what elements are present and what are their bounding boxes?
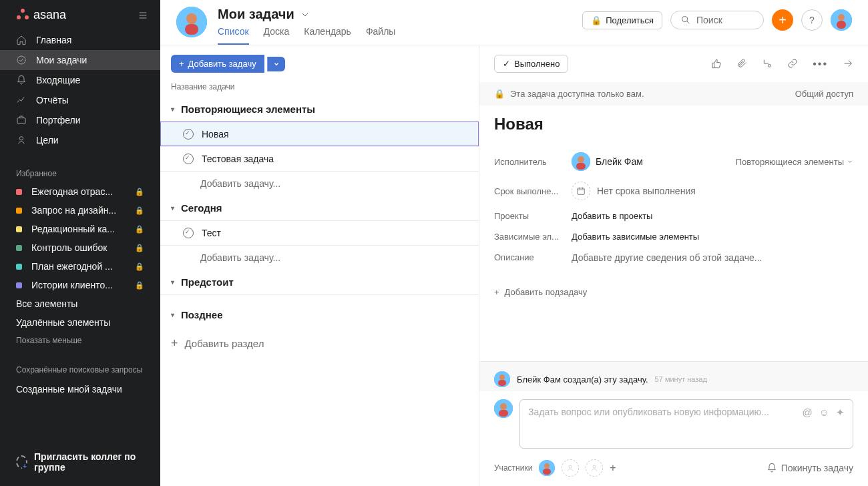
task-row[interactable]: Тест [160, 220, 479, 245]
lock-icon: 🔒 [135, 206, 144, 215]
search-input[interactable]: Поиск [670, 11, 764, 29]
emoji-icon[interactable]: ☺ [819, 407, 829, 419]
projects-field: Проекты Добавить в проекты [494, 206, 853, 226]
link-icon[interactable] [787, 58, 798, 70]
nav-my-tasks[interactable]: Мои задачи [0, 50, 160, 70]
favorite-label: Редакционный ка... [31, 224, 126, 234]
due-date-value[interactable]: Нет срока выполнения [572, 182, 853, 200]
all-items-link[interactable]: Все элементы [0, 294, 160, 313]
nav-goals[interactable]: Цели [0, 130, 160, 150]
task-row[interactable]: Новая [160, 121, 479, 146]
add-subtask-label: Добавить подзадачу [505, 287, 588, 297]
mark-complete-button[interactable]: ✓ Выполнено [494, 55, 568, 73]
tab-calendar[interactable]: Календарь [304, 26, 351, 45]
field-label-assignee: Исполнитель [494, 157, 572, 167]
nav-home-label: Главная [36, 35, 71, 45]
like-icon[interactable] [711, 58, 722, 70]
content-columns: + Добавить задачу Название задачи ▾Повто… [160, 45, 868, 486]
attachment-icon[interactable] [736, 58, 747, 70]
global-add-button[interactable]: + [772, 9, 793, 31]
nav-inbox-label: Входящие [36, 75, 80, 85]
comment-placeholder: Задать вопрос или опубликовать новую инф… [528, 407, 802, 417]
nav-inbox[interactable]: Входящие [0, 70, 160, 90]
user-avatar[interactable] [176, 7, 207, 37]
collapse-sidebar-icon[interactable] [138, 10, 148, 21]
task-name-column-header: Название задачи [160, 82, 479, 97]
projects-value[interactable]: Добавить в проекты [572, 211, 853, 221]
favorite-item[interactable]: Запрос на дизайн...🔒 [0, 201, 160, 220]
leave-task-button[interactable]: Покинуть задачу [767, 463, 853, 473]
chevron-down-icon[interactable] [300, 9, 310, 20]
profile-avatar[interactable] [831, 9, 852, 31]
tab-board[interactable]: Доска [264, 26, 290, 45]
task-row[interactable]: Тестовая задача [160, 146, 479, 171]
task-detail-panel: ✓ Выполнено ••• 🔒 Эта задача доступна то… [479, 45, 868, 486]
add-participant-placeholder[interactable] [586, 459, 603, 477]
bell-icon [767, 463, 777, 473]
section-header[interactable]: ▾Повторяющиеся элементы [160, 97, 479, 121]
nav-reports[interactable]: Отчёты [0, 90, 160, 110]
field-label-description: Описание [494, 252, 572, 262]
add-subtask-button[interactable]: + Добавить подзадачу [494, 287, 853, 297]
invite-label: Пригласить коллег по группе [34, 451, 144, 473]
favorite-item[interactable]: Контроль ошибок🔒 [0, 238, 160, 257]
share-access-link[interactable]: Общий доступ [795, 89, 853, 99]
task-title[interactable]: Новая [494, 115, 853, 134]
section-header[interactable]: ▾Сегодня [160, 196, 479, 220]
more-icon[interactable]: ••• [813, 58, 828, 70]
subtask-icon[interactable] [762, 58, 773, 70]
add-projects-text: Добавить в проекты [572, 211, 652, 221]
participant-avatar[interactable] [539, 460, 555, 476]
tab-files[interactable]: Файлы [366, 26, 395, 45]
add-task-inline[interactable]: Добавить задачу... [160, 245, 479, 270]
add-participant-placeholder[interactable] [562, 459, 579, 477]
complete-toggle-icon[interactable] [183, 154, 194, 164]
complete-toggle-icon[interactable] [183, 129, 194, 140]
add-task-inline[interactable]: Добавить задачу... [160, 171, 479, 196]
comment-input[interactable]: Задать вопрос или опубликовать новую инф… [519, 399, 853, 449]
complete-toggle-icon[interactable] [183, 228, 194, 238]
svg-rect-19 [499, 410, 508, 417]
add-task-button[interactable]: + Добавить задачу [171, 55, 264, 73]
section-select[interactable]: Повторяющиеся элементы [736, 157, 853, 167]
plus-icon: + [179, 59, 184, 69]
deps-value[interactable]: Добавить зависимые элементы [572, 232, 853, 242]
mention-icon[interactable]: @ [802, 407, 812, 419]
nav-my-tasks-label: Мои задачи [36, 55, 87, 65]
description-value[interactable]: Добавьте другие сведения об этой задаче.… [572, 252, 853, 263]
task-name: Новая [202, 129, 229, 140]
search-icon [680, 15, 691, 25]
invite-icon [16, 455, 27, 469]
section-name: Сегодня [181, 202, 222, 214]
lock-icon: 🔒 [135, 281, 144, 290]
add-task-dropdown[interactable] [267, 57, 285, 71]
lock-icon: 🔒 [494, 89, 505, 99]
star-icon[interactable]: ✦ [836, 407, 845, 419]
add-participant-button[interactable]: + [610, 462, 616, 474]
tab-list[interactable]: Список [218, 26, 249, 45]
favorite-item[interactable]: План ежегодной ...🔒 [0, 257, 160, 276]
close-panel-icon[interactable] [843, 58, 853, 70]
add-section-label: Добавить раздел [185, 338, 264, 349]
briefcase-icon [16, 115, 27, 126]
comment-avatar [494, 399, 513, 418]
favorite-item[interactable]: Ежегодная отрас...🔒 [0, 182, 160, 201]
asana-logo[interactable]: asana [16, 8, 66, 22]
assignee-avatar [572, 152, 590, 171]
show-less-link[interactable]: Показать меньше [0, 332, 160, 349]
saved-search-item[interactable]: Созданные мной задачи [0, 380, 160, 399]
add-section-button[interactable]: + Добавить раздел [160, 327, 479, 360]
share-button[interactable]: 🔒 Поделиться [582, 11, 662, 29]
help-button[interactable]: ? [801, 9, 823, 31]
assignee-value[interactable]: Блейк Фам [572, 152, 643, 171]
favorite-item[interactable]: Редакционный ка...🔒 [0, 220, 160, 238]
deleted-items-link[interactable]: Удалённые элементы [0, 313, 160, 332]
section-name: Повторяющиеся элементы [181, 103, 315, 115]
section-header[interactable]: ▾Позднее [160, 302, 479, 327]
section-header[interactable]: ▾Предстоит [160, 270, 479, 294]
lock-icon: 🔒 [135, 262, 144, 271]
invite-button[interactable]: Пригласить коллег по группе [0, 446, 160, 478]
nav-home[interactable]: Главная [0, 30, 160, 50]
nav-portfolios[interactable]: Портфели [0, 110, 160, 130]
favorite-item[interactable]: Истории клиенто...🔒 [0, 276, 160, 294]
